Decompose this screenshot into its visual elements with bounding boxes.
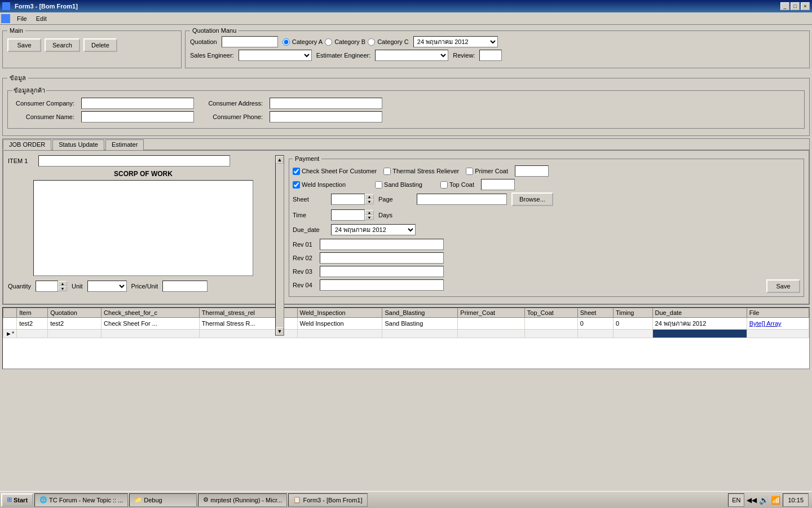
- menu-edit[interactable]: Edit: [32, 14, 51, 23]
- cell-sand: [382, 330, 458, 338]
- rev03-row: Rev 03: [293, 266, 800, 277]
- scroll-down-btn[interactable]: ▼: [276, 327, 284, 335]
- phone-input[interactable]: [270, 111, 382, 122]
- rev01-label: Rev 01: [293, 241, 315, 248]
- payment-save-button[interactable]: Save: [766, 279, 800, 293]
- name-input[interactable]: [81, 111, 194, 122]
- phone-label: Consumer Phone:: [201, 113, 263, 120]
- sheet-up-btn[interactable]: ▲: [365, 194, 374, 199]
- taskbar-item-debug[interactable]: 📁 Debug: [129, 493, 197, 507]
- company-label: Consumer Company:: [12, 100, 74, 107]
- taskbar-item-mrptest[interactable]: ⚙ mrptest (Running) - Micr...: [198, 493, 287, 507]
- quantity-down-button[interactable]: ▼: [58, 286, 67, 291]
- col-item: Item: [17, 308, 48, 318]
- estimater-dropdown[interactable]: [375, 50, 448, 61]
- close-button[interactable]: ×: [801, 2, 810, 10]
- table-row[interactable]: ►*: [3, 330, 809, 338]
- title-bar-controls: _ □ ×: [780, 2, 810, 10]
- cell-primer: [458, 330, 524, 338]
- thermal-stress-label: Thermal Stress Reliever: [383, 168, 459, 175]
- cell-check_sheet: Check Sheet For ...: [102, 318, 200, 330]
- category-c-radio[interactable]: [368, 38, 375, 46]
- tab-estimater[interactable]: Estimater: [105, 139, 144, 150]
- rev02-label: Rev 02: [293, 255, 315, 261]
- price-unit-input[interactable]: [162, 281, 208, 292]
- delete-button[interactable]: Delete: [83, 38, 117, 52]
- company-input[interactable]: [81, 98, 194, 109]
- quantity-input[interactable]: 0: [36, 281, 58, 292]
- time-up-btn[interactable]: ▲: [365, 210, 374, 215]
- table-row[interactable]: test2test2Check Sheet For ...Thermal Str…: [3, 318, 809, 330]
- cell-due_date: [652, 330, 747, 338]
- payment-legend: Payment: [293, 155, 321, 162]
- tab-job-order[interactable]: JOB ORDER: [3, 139, 51, 150]
- check-sheet-label: Check Sheet For Customer: [293, 168, 377, 175]
- menu-app-icon: [1, 14, 10, 23]
- time-input[interactable]: 0: [331, 209, 365, 221]
- rev04-input[interactable]: [320, 279, 444, 291]
- row-indicator: ►*: [3, 330, 17, 338]
- cell-sand: Sand Blasting: [382, 318, 458, 330]
- taskbar: ⊞ Start 🌐 TC Forum - New Topic :: ... 📁 …: [0, 491, 812, 508]
- minimize-button[interactable]: _: [780, 2, 789, 10]
- category-b-radio[interactable]: [325, 38, 332, 46]
- rev02-input[interactable]: [320, 252, 444, 264]
- quantity-row: Quantity 0 ▲ ▼ Unit Price/Unit: [8, 281, 279, 292]
- scroll-up-btn[interactable]: ▲: [276, 156, 284, 164]
- cell-file: [747, 330, 809, 338]
- time-down-btn[interactable]: ▼: [365, 215, 374, 220]
- quotation-bottom-row: Sales Engineer: Estimater Engineer: Revi…: [190, 50, 805, 61]
- scorp-title: SCORP OF WORK: [8, 170, 279, 178]
- language-button[interactable]: EN: [728, 493, 744, 507]
- customer-legend: ข้อมูลลูกค้า: [12, 85, 46, 95]
- main-group: Main Save Search Delete: [2, 27, 182, 68]
- address-input[interactable]: [270, 98, 382, 109]
- sheet-spinner-buttons: ▲ ▼: [365, 194, 374, 204]
- thermal-stress-checkbox[interactable]: [383, 168, 391, 175]
- rev04-row: Rev 04: [293, 279, 444, 291]
- sheet-spinner: 0 ▲ ▼: [331, 194, 374, 205]
- category-a-label: Category A: [292, 38, 323, 45]
- quotation-input[interactable]: test2: [222, 36, 278, 47]
- quantity-up-button[interactable]: ▲: [58, 281, 67, 286]
- review-input[interactable]: 1: [479, 50, 502, 61]
- rev03-label: Rev 03: [293, 268, 315, 275]
- scorp-textarea[interactable]: [34, 181, 253, 275]
- sand-blasting-label: Sand Blasting: [375, 181, 422, 189]
- taskbar-item-tc-forum[interactable]: 🌐 TC Forum - New Topic :: ...: [34, 493, 128, 507]
- weld-inspection-checkbox[interactable]: [293, 181, 300, 189]
- search-button[interactable]: Search: [45, 38, 80, 52]
- taskbar-item-form3[interactable]: 📋 Form3 - [Bom From1]: [288, 493, 367, 507]
- top-coat-checkbox[interactable]: [440, 181, 448, 189]
- top-coat-value-input[interactable]: [481, 179, 515, 190]
- start-button[interactable]: ⊞ Start: [1, 493, 33, 507]
- unit-dropdown[interactable]: [87, 281, 127, 292]
- info-group: ข้อมูล ข้อมูลลูกค้า Consumer Company: Co…: [2, 73, 810, 136]
- browse-button[interactable]: Browse...: [511, 192, 553, 206]
- rev01-input[interactable]: [320, 239, 444, 250]
- taskbar-right: EN ◀◀ 🔊 📶 10:15: [728, 493, 811, 507]
- due-date-dropdown[interactable]: 24 พฤษภาคม 2012: [331, 224, 416, 235]
- save-button[interactable]: Save: [7, 38, 41, 52]
- menu-file[interactable]: File: [12, 14, 32, 23]
- check-sheet-checkbox[interactable]: [293, 168, 300, 175]
- cell-check_sheet: [102, 330, 200, 338]
- time-label: Time: [293, 212, 326, 218]
- payment-group: Payment Check Sheet For Customer Thermal…: [289, 155, 804, 297]
- scroll-bar-vert[interactable]: ▲ ▼: [275, 155, 284, 336]
- file-path-input[interactable]: C:\Documents and Settin: [417, 194, 507, 205]
- category-a-radio[interactable]: [283, 38, 290, 46]
- data-table: Item Quotation Check_sheet_for_c Thermal…: [3, 308, 809, 338]
- sand-blasting-checkbox[interactable]: [375, 181, 382, 189]
- col-quotation: Quotation: [48, 308, 102, 318]
- sales-engineer-dropdown[interactable]: [239, 50, 312, 61]
- tab-status-update[interactable]: Status Update: [52, 139, 104, 150]
- sheet-input[interactable]: 0: [331, 194, 365, 205]
- primer-coat-checkbox[interactable]: [466, 168, 473, 175]
- restore-button[interactable]: □: [791, 2, 800, 10]
- sheet-down-btn[interactable]: ▼: [365, 199, 374, 204]
- rev03-input[interactable]: [320, 266, 444, 277]
- primer-coat-value-input[interactable]: [515, 165, 549, 177]
- item1-input[interactable]: test2: [38, 155, 230, 167]
- date-dropdown[interactable]: 24 พฤษภาคม 2012: [413, 36, 498, 47]
